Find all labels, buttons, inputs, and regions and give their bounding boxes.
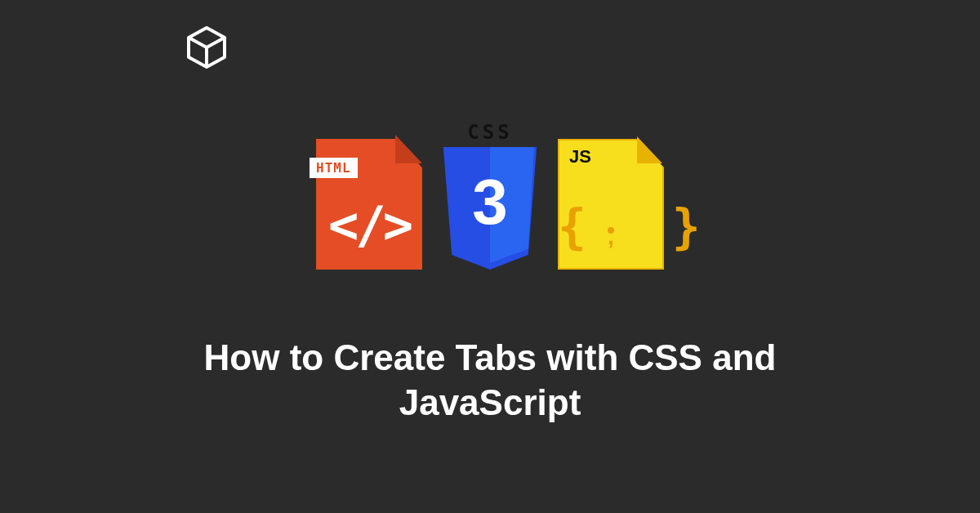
cube-logo-icon [184,25,229,74]
html-file-icon: HTML </> [316,135,422,270]
js-file-icon: JS { } , [558,135,664,270]
page-title: How to Create Tabs with CSS and JavaScri… [155,335,825,425]
css-label: CSS [467,121,512,144]
card-content: HTML </> CSS 3 JS { } , How to Create Ta… [0,0,980,513]
tech-icons-row: HTML </> CSS 3 JS { } , [316,121,664,270]
js-badge-label: JS [569,146,591,167]
css-version-number: 3 [437,165,543,239]
css-shield-icon: CSS 3 [437,121,543,270]
html-badge-label: HTML [310,158,358,178]
html-brackets-glyph: </> [316,195,422,255]
